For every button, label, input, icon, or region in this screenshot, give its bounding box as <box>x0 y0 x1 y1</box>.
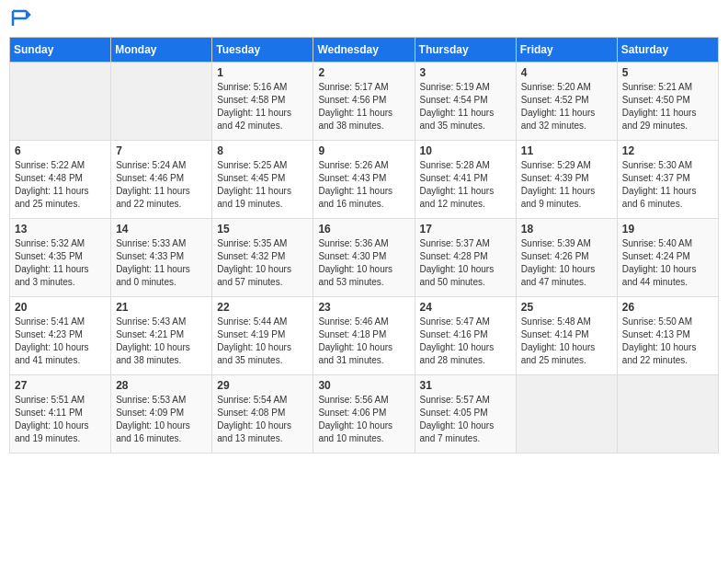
day-info: Sunrise: 5:28 AMSunset: 4:41 PMDaylight:… <box>420 160 495 209</box>
calendar-cell: 29Sunrise: 5:54 AMSunset: 4:08 PMDayligh… <box>212 375 313 454</box>
calendar-cell: 2Sunrise: 5:17 AMSunset: 4:56 PMDaylight… <box>313 63 415 141</box>
calendar-cell <box>111 63 212 141</box>
day-number: 3 <box>420 66 511 79</box>
logo <box>9 9 33 28</box>
day-number: 30 <box>318 379 409 392</box>
calendar-cell: 14Sunrise: 5:33 AMSunset: 4:33 PMDayligh… <box>111 219 212 297</box>
column-header-thursday: Thursday <box>415 38 516 63</box>
calendar-cell: 16Sunrise: 5:36 AMSunset: 4:30 PMDayligh… <box>313 219 415 297</box>
day-number: 23 <box>318 301 409 314</box>
day-number: 17 <box>420 223 511 236</box>
calendar-cell: 9Sunrise: 5:26 AMSunset: 4:43 PMDaylight… <box>313 141 415 219</box>
calendar-cell: 8Sunrise: 5:25 AMSunset: 4:45 PMDaylight… <box>212 141 313 219</box>
day-info: Sunrise: 5:56 AMSunset: 4:06 PMDaylight:… <box>318 395 392 443</box>
calendar-cell: 13Sunrise: 5:32 AMSunset: 4:35 PMDayligh… <box>10 219 111 297</box>
calendar-cell: 10Sunrise: 5:28 AMSunset: 4:41 PMDayligh… <box>415 141 516 219</box>
column-header-friday: Friday <box>516 38 617 63</box>
day-info: Sunrise: 5:48 AMSunset: 4:14 PMDaylight:… <box>521 316 596 365</box>
day-info: Sunrise: 5:36 AMSunset: 4:30 PMDaylight:… <box>318 238 392 287</box>
calendar-week-row: 13Sunrise: 5:32 AMSunset: 4:35 PMDayligh… <box>10 219 719 297</box>
day-number: 16 <box>318 223 409 236</box>
calendar-cell: 7Sunrise: 5:24 AMSunset: 4:46 PMDaylight… <box>111 141 212 219</box>
day-info: Sunrise: 5:33 AMSunset: 4:33 PMDaylight:… <box>116 238 190 287</box>
calendar-cell: 22Sunrise: 5:44 AMSunset: 4:19 PMDayligh… <box>212 297 313 375</box>
day-number: 14 <box>116 223 207 236</box>
day-number: 7 <box>116 144 207 157</box>
calendar-week-row: 20Sunrise: 5:41 AMSunset: 4:23 PMDayligh… <box>10 297 719 375</box>
calendar-cell: 21Sunrise: 5:43 AMSunset: 4:21 PMDayligh… <box>111 297 212 375</box>
day-number: 18 <box>521 223 612 236</box>
day-number: 19 <box>622 223 713 236</box>
calendar-cell: 28Sunrise: 5:53 AMSunset: 4:09 PMDayligh… <box>111 375 212 454</box>
calendar-cell: 5Sunrise: 5:21 AMSunset: 4:50 PMDaylight… <box>617 63 718 141</box>
day-info: Sunrise: 5:25 AMSunset: 4:45 PMDaylight:… <box>217 160 291 209</box>
day-info: Sunrise: 5:44 AMSunset: 4:19 PMDaylight:… <box>217 316 291 365</box>
column-header-saturday: Saturday <box>617 38 718 63</box>
day-number: 4 <box>521 66 612 79</box>
day-number: 11 <box>521 144 612 157</box>
day-info: Sunrise: 5:57 AMSunset: 4:05 PMDaylight:… <box>420 395 495 443</box>
day-info: Sunrise: 5:40 AMSunset: 4:24 PMDaylight:… <box>622 238 697 287</box>
calendar-cell: 6Sunrise: 5:22 AMSunset: 4:48 PMDaylight… <box>10 141 111 219</box>
column-header-wednesday: Wednesday <box>313 38 415 63</box>
day-number: 22 <box>217 301 308 314</box>
day-info: Sunrise: 5:50 AMSunset: 4:13 PMDaylight:… <box>622 316 697 365</box>
calendar-cell: 12Sunrise: 5:30 AMSunset: 4:37 PMDayligh… <box>617 141 718 219</box>
day-info: Sunrise: 5:24 AMSunset: 4:46 PMDaylight:… <box>116 160 190 209</box>
day-info: Sunrise: 5:43 AMSunset: 4:21 PMDaylight:… <box>116 316 190 365</box>
calendar-cell: 1Sunrise: 5:16 AMSunset: 4:58 PMDaylight… <box>212 63 313 141</box>
day-number: 10 <box>420 144 511 157</box>
day-number: 2 <box>318 66 409 79</box>
column-header-tuesday: Tuesday <box>212 38 313 63</box>
day-number: 28 <box>116 379 207 392</box>
day-info: Sunrise: 5:47 AMSunset: 4:16 PMDaylight:… <box>420 316 495 365</box>
calendar-cell: 19Sunrise: 5:40 AMSunset: 4:24 PMDayligh… <box>617 219 718 297</box>
calendar-table: SundayMondayTuesdayWednesdayThursdayFrid… <box>9 37 719 454</box>
calendar-cell <box>617 375 718 454</box>
day-info: Sunrise: 5:53 AMSunset: 4:09 PMDaylight:… <box>116 395 190 443</box>
day-info: Sunrise: 5:19 AMSunset: 4:54 PMDaylight:… <box>420 82 495 131</box>
calendar-week-row: 6Sunrise: 5:22 AMSunset: 4:48 PMDaylight… <box>10 141 719 219</box>
day-number: 24 <box>420 301 511 314</box>
day-info: Sunrise: 5:26 AMSunset: 4:43 PMDaylight:… <box>318 160 392 209</box>
calendar-cell: 20Sunrise: 5:41 AMSunset: 4:23 PMDayligh… <box>10 297 111 375</box>
calendar-cell: 17Sunrise: 5:37 AMSunset: 4:28 PMDayligh… <box>415 219 516 297</box>
day-number: 5 <box>622 66 713 79</box>
day-number: 6 <box>15 144 106 157</box>
calendar-header-row: SundayMondayTuesdayWednesdayThursdayFrid… <box>10 38 719 63</box>
day-info: Sunrise: 5:39 AMSunset: 4:26 PMDaylight:… <box>521 238 596 287</box>
calendar-cell <box>10 63 111 141</box>
day-number: 20 <box>15 301 106 314</box>
day-number: 13 <box>15 223 106 236</box>
calendar-cell: 27Sunrise: 5:51 AMSunset: 4:11 PMDayligh… <box>10 375 111 454</box>
day-info: Sunrise: 5:35 AMSunset: 4:32 PMDaylight:… <box>217 238 291 287</box>
day-info: Sunrise: 5:46 AMSunset: 4:18 PMDaylight:… <box>318 316 392 365</box>
day-number: 21 <box>116 301 207 314</box>
day-number: 26 <box>622 301 713 314</box>
column-header-sunday: Sunday <box>10 38 111 63</box>
day-number: 27 <box>15 379 106 392</box>
day-info: Sunrise: 5:16 AMSunset: 4:58 PMDaylight:… <box>217 82 291 131</box>
day-number: 1 <box>217 66 308 79</box>
day-number: 12 <box>622 144 713 157</box>
calendar-cell: 31Sunrise: 5:57 AMSunset: 4:05 PMDayligh… <box>415 375 516 454</box>
column-header-monday: Monday <box>111 38 212 63</box>
day-info: Sunrise: 5:22 AMSunset: 4:48 PMDaylight:… <box>15 160 89 209</box>
day-info: Sunrise: 5:30 AMSunset: 4:37 PMDaylight:… <box>622 160 697 209</box>
day-number: 9 <box>318 144 409 157</box>
day-number: 29 <box>217 379 308 392</box>
calendar-cell: 4Sunrise: 5:20 AMSunset: 4:52 PMDaylight… <box>516 63 617 141</box>
day-number: 31 <box>420 379 511 392</box>
day-info: Sunrise: 5:29 AMSunset: 4:39 PMDaylight:… <box>521 160 596 209</box>
day-info: Sunrise: 5:51 AMSunset: 4:11 PMDaylight:… <box>15 395 89 443</box>
calendar-cell: 26Sunrise: 5:50 AMSunset: 4:13 PMDayligh… <box>617 297 718 375</box>
calendar-cell: 23Sunrise: 5:46 AMSunset: 4:18 PMDayligh… <box>313 297 415 375</box>
calendar-week-row: 27Sunrise: 5:51 AMSunset: 4:11 PMDayligh… <box>10 375 719 454</box>
calendar-cell: 30Sunrise: 5:56 AMSunset: 4:06 PMDayligh… <box>313 375 415 454</box>
calendar-cell: 24Sunrise: 5:47 AMSunset: 4:16 PMDayligh… <box>415 297 516 375</box>
day-info: Sunrise: 5:32 AMSunset: 4:35 PMDaylight:… <box>15 238 89 287</box>
logo-flag-icon <box>11 9 33 28</box>
calendar-week-row: 1Sunrise: 5:16 AMSunset: 4:58 PMDaylight… <box>10 63 719 141</box>
calendar-cell: 3Sunrise: 5:19 AMSunset: 4:54 PMDaylight… <box>415 63 516 141</box>
day-info: Sunrise: 5:54 AMSunset: 4:08 PMDaylight:… <box>217 395 291 443</box>
